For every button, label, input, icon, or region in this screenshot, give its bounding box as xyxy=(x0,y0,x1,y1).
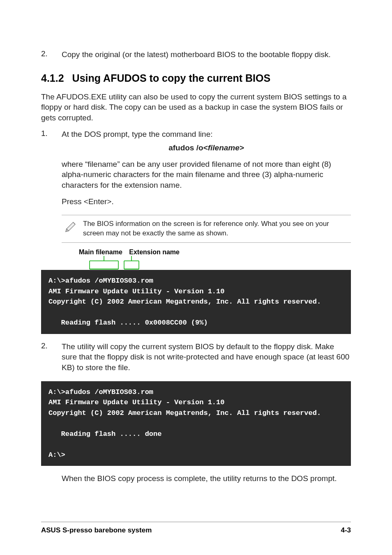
press-text: Press <Enter>. xyxy=(62,196,351,207)
step-text: At the DOS prompt, type the command line… xyxy=(62,129,351,140)
note-text: The BIOS information on the screen is fo… xyxy=(83,219,349,238)
terminal-output-2: A:\>afudos /oMYBIOS03.rom AMI Firmware U… xyxy=(41,381,351,466)
step-1: 1. At the DOS prompt, type the command l… xyxy=(41,129,351,207)
step-2-top: 2. Copy the original (or the latest) mot… xyxy=(41,49,351,60)
terminal-labels: Main filename Extension name xyxy=(66,249,351,256)
footer-left: ASUS S-presso barebone system xyxy=(41,526,152,534)
footer-page-number: 4-3 xyxy=(341,526,351,534)
command-suffix: <filename> xyxy=(203,143,244,152)
step-number: 2. xyxy=(41,49,62,60)
terminal-output-1: A:\>afudos /oMYBIOS03.rom AMI Firmware U… xyxy=(41,270,351,334)
section-title: Using AFUDOS to copy the current BIOS xyxy=(72,72,270,84)
step-2-bottom: 2. The utility will copy the current sys… xyxy=(41,341,351,373)
step-text: The utility will copy the current system… xyxy=(62,341,351,373)
section-number: 4.1.2 xyxy=(41,72,64,84)
label-extension-name: Extension name xyxy=(129,249,180,256)
step-body: At the DOS prompt, type the command line… xyxy=(62,129,351,207)
where-text: where “filename” can be any user provide… xyxy=(62,159,351,191)
intro-paragraph: The AFUDOS.EXE utility can also be used … xyxy=(41,92,351,123)
pencil-icon xyxy=(63,220,80,236)
step-number: 2. xyxy=(41,341,62,373)
label-main-filename: Main filename xyxy=(79,249,122,256)
command-prefix: afudos /o xyxy=(168,143,203,152)
page-footer: ASUS S-presso barebone system 4-3 xyxy=(41,522,351,534)
step-text: Copy the original (or the latest) mother… xyxy=(62,49,351,60)
closing-text: When the BIOS copy process is complete, … xyxy=(62,473,351,484)
section-heading: 4.1.2Using AFUDOS to copy the current BI… xyxy=(41,72,351,84)
step-number: 1. xyxy=(41,129,62,207)
note-block: The BIOS information on the screen is fo… xyxy=(62,215,351,243)
pointer-diagram xyxy=(66,258,351,270)
closing-paragraph-row: When the BIOS copy process is complete, … xyxy=(41,473,351,484)
command-line: afudos /o<filename> xyxy=(62,143,351,153)
